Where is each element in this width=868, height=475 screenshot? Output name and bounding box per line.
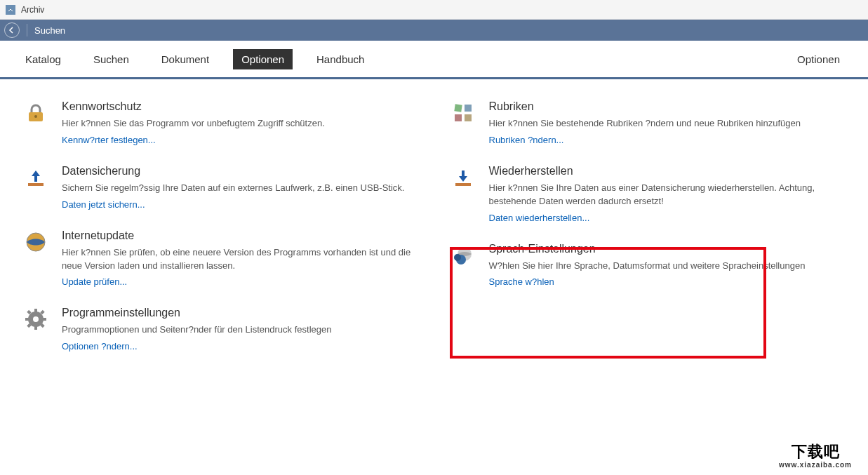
card-rubriken: Rubriken Hier k?nnen Sie bestehende Rubr… [448,100,848,145]
card-title: Programmeinstellungen [62,307,420,319]
link-update-pruefen[interactable]: Update prüfen... [62,276,127,287]
tabs-left: Katalog Suchen Dokument Optionen Handbuc… [17,41,373,77]
card-desc: Hier k?nnen Sie Ihre Daten aus einer Dat… [489,182,848,208]
card-title: Rubriken [489,100,848,113]
card-title: Wiederherstellen [489,165,848,178]
navbar-search[interactable]: Suchen [34,25,65,36]
card-desc: Hier k?nnen Sie prüfen, ob eine neuere V… [62,246,420,273]
globe-icon [21,229,51,288]
card-spracheinstellungen: Sprach-Einstellungen W?hlen Sie hier Ihr… [448,243,848,288]
titlebar: Archiv [0,0,868,20]
tabbar: Katalog Suchen Dokument Optionen Handbuc… [0,41,868,79]
navbar: Suchen [0,20,868,41]
right-column: Rubriken Hier k?nnen Sie bestehende Rubr… [448,100,848,371]
lock-icon [21,100,51,145]
window-title: Archiv [21,5,44,15]
card-internetupdate: Internetupdate Hier k?nnen Sie prüfen, o… [21,229,420,288]
page-title-right: Optionen [797,53,851,65]
svg-rect-10 [25,318,29,321]
download-icon [448,165,478,223]
card-desc: Programmoptionen und Seitenr?nder für de… [62,323,420,337]
svg-point-7 [33,316,39,322]
content: Kennwortschutz Hier k?nnen Sie das Progr… [0,79,868,371]
tiles-icon [448,100,478,145]
card-title: Datensicherung [62,165,420,178]
link-kennwoerter-festlegen[interactable]: Kennw?rter festlegen... [62,135,156,145]
card-title: Internetupdate [62,229,420,242]
svg-rect-9 [34,326,37,330]
link-optionen-aendern[interactable]: Optionen ?ndern... [62,341,138,352]
watermark-text: 下载吧 [792,441,840,462]
tab-handbuch[interactable]: Handbuch [308,49,373,69]
link-rubriken-aendern[interactable]: Rubriken ?ndern... [489,135,564,145]
link-sprache-waehlen[interactable]: Sprache w?hlen [489,276,554,287]
watermark-url: www.xiazaiba.com [779,461,852,469]
svg-rect-18 [455,114,462,121]
card-wiederherstellen: Wiederherstellen Hier k?nnen Sie Ihre Da… [448,165,848,223]
left-column: Kennwortschutz Hier k?nnen Sie das Progr… [21,100,420,371]
card-desc: Hier k?nnen Sie das Programm vor unbefug… [62,117,420,131]
svg-rect-20 [455,183,471,186]
app-icon [6,5,15,15]
card-title: Sprach-Einstellungen [489,243,848,255]
svg-rect-16 [454,104,462,112]
svg-rect-11 [42,318,46,321]
tab-optionen[interactable]: Optionen [233,49,293,69]
svg-rect-19 [465,114,472,121]
gear-icon [21,307,51,352]
card-programmeinstellungen: Programmeinstellungen Programmoptionen u… [21,307,420,352]
navbar-divider [27,24,27,36]
svg-rect-17 [465,105,472,112]
card-kennwortschutz: Kennwortschutz Hier k?nnen Sie das Progr… [21,100,420,145]
tab-suchen[interactable]: Suchen [85,49,138,69]
upload-icon [21,165,51,210]
tab-dokument[interactable]: Dokument [153,49,218,69]
svg-point-23 [454,254,461,261]
card-desc: Sichern Sie regelm?ssig Ihre Daten auf e… [62,182,420,195]
watermark: 下载吧 www.xiazaiba.com [763,434,868,475]
link-daten-wiederherstellen[interactable]: Daten wiederherstellen... [489,213,590,223]
card-title: Kennwortschutz [62,100,420,113]
svg-point-2 [34,115,37,118]
card-datensicherung: Datensicherung Sichern Sie regelm?ssig I… [21,165,420,210]
card-desc: W?hlen Sie hier Ihre Sprache, Datumsform… [489,260,848,273]
language-globe-icon [448,243,478,288]
svg-rect-3 [28,183,44,186]
svg-rect-0 [7,6,14,13]
back-button[interactable] [4,22,20,38]
tab-katalog[interactable]: Katalog [17,49,69,69]
svg-rect-8 [34,309,37,313]
link-daten-sichern[interactable]: Daten jetzt sichern... [62,199,145,210]
card-desc: Hier k?nnen Sie bestehende Rubriken ?nde… [489,117,848,131]
